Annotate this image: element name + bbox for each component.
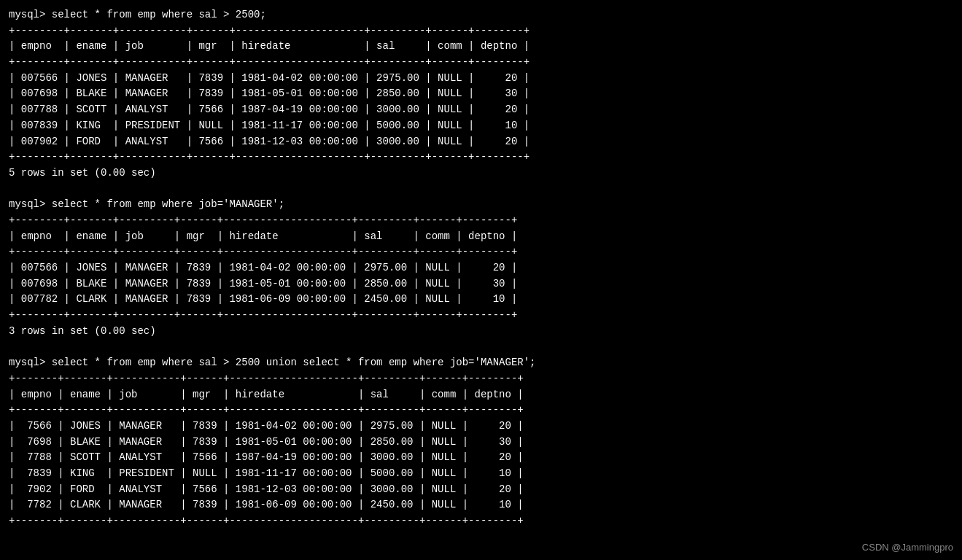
terminal-output: mysql> select * from emp where sal > 250… (9, 7, 953, 529)
watermark-label: CSDN @Jammingpro (862, 541, 953, 554)
